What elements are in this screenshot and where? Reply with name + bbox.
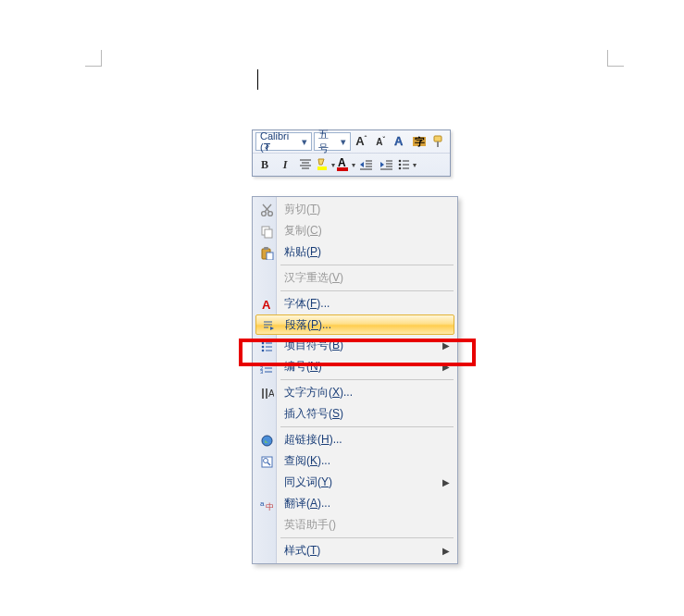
menu-item-hyperlink[interactable]: 超链接(H)...	[255, 429, 455, 450]
svg-point-45	[261, 345, 264, 348]
menu-item-label: 字体(F)...	[284, 296, 330, 312]
menu-item-lookup[interactable]: 查阅(K)...	[255, 450, 455, 472]
menu-item-label: 文字方向(X)...	[284, 385, 353, 400]
menu-item-direction[interactable]: A文字方向(X)...	[255, 382, 455, 403]
menu-item-label: 项目符号(B)	[284, 338, 343, 353]
globe-icon	[258, 432, 275, 449]
submenu-arrow-icon: ▶	[442, 546, 450, 556]
svg-rect-36	[264, 247, 268, 250]
character-shading-icon: 字	[412, 134, 427, 149]
menu-item-symbol[interactable]: 插入符号(S)	[255, 403, 455, 425]
menu-item-label: 粘贴(P)	[284, 244, 321, 260]
center-align-icon	[299, 158, 312, 171]
increase-indent-icon	[380, 158, 393, 171]
svg-rect-9	[317, 166, 327, 170]
bullets-icon	[398, 158, 413, 171]
menu-item-reconvert: 汉字重选(V)	[255, 267, 455, 289]
svg-marker-13	[360, 162, 364, 167]
font-name-value: Calibri (₮	[260, 130, 298, 154]
mini-toolbar: Calibri (₮ ▾ 五号 ▾ Aˆ Aˇ A 字	[252, 129, 451, 177]
dropdown-icon: ▾	[413, 161, 417, 169]
dropdown-icon: ▾	[331, 161, 335, 169]
svg-text:A: A	[268, 388, 274, 399]
text-effects-button[interactable]: A	[391, 132, 408, 151]
bullets-icon	[258, 338, 275, 354]
svg-text:3: 3	[260, 369, 264, 375]
translate-icon: a中	[258, 496, 275, 512]
dropdown-icon: ▾	[339, 136, 348, 148]
menu-item-translate[interactable]: a中翻译(A)...	[255, 493, 455, 514]
svg-point-27	[399, 167, 402, 170]
grow-font-button[interactable]: Aˆ	[353, 132, 370, 151]
menu-item-label: 查阅(K)...	[284, 453, 330, 469]
svg-point-43	[261, 341, 264, 344]
menu-item-paragraph[interactable]: 段落(P)...	[255, 314, 454, 335]
bullets-button[interactable]: ▾	[398, 155, 417, 174]
svg-rect-3	[434, 136, 441, 142]
font-color-icon: A	[337, 157, 351, 172]
highlight-icon	[317, 157, 330, 172]
lookup-icon	[258, 453, 275, 470]
svg-text:A: A	[394, 134, 404, 148]
highlight-button[interactable]: ▾	[317, 155, 335, 174]
format-painter-button[interactable]	[429, 132, 447, 151]
submenu-arrow-icon: ▶	[442, 340, 450, 351]
svg-text:a: a	[260, 499, 265, 508]
svg-point-23	[399, 160, 402, 163]
svg-rect-11	[337, 167, 348, 171]
menu-item-font[interactable]: A字体(F)...	[255, 293, 455, 314]
menu-item-cut: 剪切(T)	[255, 199, 455, 220]
font-name-combo[interactable]: Calibri (₮ ▾	[255, 132, 312, 151]
menu-item-style[interactable]: 样式(T)▶	[255, 540, 455, 561]
format-painter-icon	[431, 134, 446, 149]
font-size-value: 五号	[318, 128, 337, 155]
menu-item-bullets[interactable]: 项目符号(B)▶	[255, 335, 455, 356]
page-margin-corner-tr	[607, 50, 624, 67]
menu-item-label: 同义词(Y)	[284, 474, 332, 490]
svg-text:字: 字	[415, 136, 425, 147]
svg-rect-4	[437, 142, 439, 147]
paste-icon	[258, 244, 275, 261]
menu-item-label: 样式(T)	[284, 543, 320, 559]
text-effects-icon: A	[392, 134, 407, 149]
font-color-button[interactable]: A ▾	[337, 155, 355, 174]
font-size-combo[interactable]: 五号 ▾	[314, 132, 351, 151]
direction-icon: A	[258, 385, 275, 401]
character-shading-button[interactable]: 字	[410, 132, 428, 151]
decrease-indent-button[interactable]	[357, 155, 376, 174]
paragraph-icon	[259, 317, 276, 334]
menu-item-numbering[interactable]: 123编号(N)▶	[255, 356, 455, 377]
italic-button[interactable]: I	[276, 155, 294, 174]
menu-item-label: 段落(P)...	[285, 317, 331, 333]
text-cursor	[257, 69, 258, 90]
menu-item-label: 编号(N)	[284, 359, 322, 375]
svg-point-30	[267, 211, 272, 216]
dropdown-icon: ▾	[352, 161, 355, 169]
numbering-icon: 123	[258, 359, 275, 376]
center-align-button[interactable]	[296, 155, 315, 174]
copy-icon	[258, 223, 275, 240]
bold-button[interactable]: B	[255, 155, 274, 174]
svg-text:中: 中	[266, 502, 274, 511]
page-margin-corner-tl	[85, 50, 102, 67]
menu-item-label: 插入符号(S)	[284, 406, 343, 422]
svg-marker-42	[270, 326, 274, 330]
svg-marker-18	[380, 162, 384, 167]
submenu-arrow-icon: ▶	[442, 477, 450, 487]
svg-rect-37	[267, 253, 273, 260]
scissors-icon	[258, 202, 275, 218]
shrink-font-icon: Aˇ	[376, 136, 385, 147]
menu-item-label: 英语助手()	[284, 517, 336, 533]
shrink-font-button[interactable]: Aˇ	[372, 132, 390, 151]
menu-item-synonym[interactable]: 同义词(Y)▶	[255, 472, 455, 493]
menu-item-label: 翻译(A)...	[284, 496, 330, 511]
menu-item-label: 汉字重选(V)	[284, 270, 343, 286]
svg-point-58	[262, 436, 272, 446]
increase-indent-button[interactable]	[378, 155, 396, 174]
menu-item-label: 复制(C)	[284, 223, 322, 239]
menu-item-paste[interactable]: 粘贴(P)	[255, 241, 455, 263]
submenu-arrow-icon: ▶	[442, 362, 450, 372]
bold-icon: B	[261, 158, 268, 172]
menu-item-label: 剪切(T)	[284, 202, 320, 217]
menu-item-copy: 复制(C)	[255, 220, 455, 241]
